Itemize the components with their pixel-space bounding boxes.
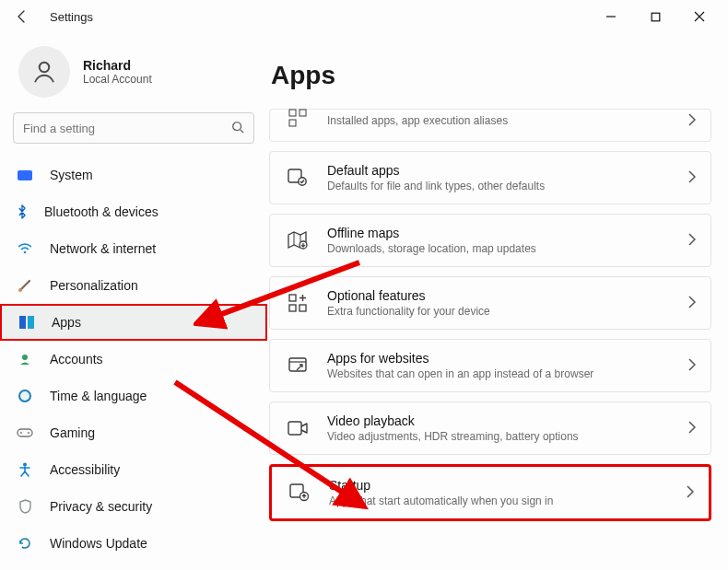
- svg-rect-13: [299, 110, 306, 116]
- video-icon: [287, 417, 309, 439]
- window-title: Settings: [50, 10, 93, 24]
- update-icon: [17, 535, 33, 552]
- sidebar-item-accounts[interactable]: Accounts: [0, 341, 267, 378]
- svg-rect-19: [289, 305, 296, 311]
- titlebar: Settings: [0, 0, 728, 33]
- map-icon: [287, 229, 309, 251]
- svg-point-11: [23, 463, 27, 467]
- page-title: Apps: [267, 33, 717, 109]
- svg-point-5: [24, 251, 27, 254]
- svg-rect-12: [289, 110, 296, 116]
- card-sub: Extra functionality for your device: [327, 305, 670, 318]
- startup-icon: [288, 482, 311, 504]
- sidebar-item-label: Privacy & security: [50, 499, 152, 514]
- card-title: Offline maps: [327, 226, 670, 240]
- globe-clock-icon: [17, 388, 33, 404]
- profile-block[interactable]: Richard Local Account: [0, 41, 267, 112]
- svg-rect-14: [289, 120, 296, 126]
- accessibility-icon: [17, 461, 33, 478]
- svg-point-7: [22, 355, 28, 360]
- profile-name: Richard: [83, 58, 152, 73]
- nav: System Bluetooth & devices Network & int…: [0, 157, 267, 562]
- sidebar-item-label: Time & language: [50, 389, 147, 403]
- sidebar-item-label: Apps: [52, 315, 81, 330]
- card-sub: Defaults for file and link types, other …: [327, 180, 670, 192]
- svg-point-2: [40, 63, 50, 73]
- card-title: Apps for websites: [327, 351, 670, 366]
- sidebar-item-system[interactable]: System: [0, 157, 267, 193]
- card-sub: Downloads, storage location, map updates: [327, 242, 670, 255]
- sidebar-item-gaming[interactable]: Gaming: [0, 414, 267, 451]
- grid-icon: [287, 110, 309, 132]
- card-sub: Websites that can open in an app instead…: [327, 367, 670, 380]
- chevron-right-icon: [687, 485, 694, 501]
- maximize-button[interactable]: [641, 3, 669, 30]
- sidebar-item-update[interactable]: Windows Update: [0, 525, 267, 562]
- back-button[interactable]: [7, 2, 37, 31]
- sidebar-item-time[interactable]: Time & language: [0, 378, 267, 414]
- sidebar-item-label: Personalization: [50, 278, 138, 293]
- bluetooth-icon: [17, 204, 28, 219]
- chevron-right-icon: [688, 421, 696, 436]
- close-button[interactable]: [686, 3, 713, 30]
- sidebar-item-label: System: [50, 168, 93, 182]
- main-panel: Apps Installed apps, app execution alias…: [267, 33, 728, 570]
- window-controls: [597, 3, 721, 30]
- settings-cards: Installed apps, app execution aliases De…: [267, 109, 717, 521]
- svg-rect-23: [288, 422, 301, 435]
- card-title: Startup: [329, 478, 668, 493]
- avatar: [18, 46, 70, 98]
- shield-icon: [17, 498, 33, 515]
- sidebar-item-apps[interactable]: Apps: [0, 304, 267, 341]
- card-sub: Video adjustments, HDR streaming, batter…: [327, 430, 670, 443]
- chevron-right-icon: [688, 113, 696, 129]
- chevron-right-icon: [688, 233, 696, 249]
- sidebar-item-label: Gaming: [50, 425, 95, 440]
- svg-line-4: [241, 129, 244, 133]
- sidebar-item-label: Accounts: [50, 352, 103, 366]
- card-video-playback[interactable]: Video playback Video adjustments, HDR st…: [269, 401, 711, 455]
- svg-point-10: [28, 432, 29, 434]
- card-offline-maps[interactable]: Offline maps Downloads, storage location…: [269, 214, 711, 267]
- sidebar-item-personalization[interactable]: Personalization: [0, 267, 267, 304]
- sidebar-item-accessibility[interactable]: Accessibility: [0, 451, 267, 488]
- svg-point-9: [20, 432, 22, 434]
- sidebar-item-label: Bluetooth & devices: [44, 204, 159, 219]
- svg-rect-1: [652, 13, 660, 21]
- apps-icon: [18, 314, 35, 331]
- chevron-right-icon: [688, 296, 696, 311]
- accounts-icon: [17, 351, 33, 367]
- sidebar-item-label: Accessibility: [50, 462, 120, 477]
- card-title: Default apps: [327, 163, 670, 178]
- card-apps-for-websites[interactable]: Apps for websites Websites that can open…: [269, 339, 711, 392]
- chevron-right-icon: [688, 358, 696, 374]
- profile-sub: Local Account: [83, 73, 152, 86]
- svg-rect-18: [289, 295, 296, 301]
- chevron-right-icon: [688, 170, 696, 186]
- optional-features-icon: [287, 292, 309, 314]
- card-optional-features[interactable]: Optional features Extra functionality fo…: [269, 276, 711, 330]
- wifi-icon: [17, 240, 33, 257]
- sidebar-item-privacy[interactable]: Privacy & security: [0, 488, 267, 525]
- card-startup[interactable]: Startup Apps that start automatically wh…: [269, 464, 711, 521]
- svg-point-6: [18, 288, 22, 292]
- card-sub: Installed apps, app execution aliases: [327, 114, 670, 127]
- svg-point-3: [233, 122, 241, 130]
- apps-websites-icon: [287, 355, 309, 377]
- minimize-button[interactable]: [597, 3, 625, 30]
- brush-icon: [17, 277, 33, 294]
- sidebar-item-bluetooth[interactable]: Bluetooth & devices: [0, 193, 267, 230]
- svg-rect-8: [18, 429, 32, 436]
- gamepad-icon: [17, 425, 33, 441]
- search-input[interactable]: [23, 122, 231, 135]
- sidebar-item-label: Windows Update: [50, 536, 147, 551]
- system-icon: [17, 167, 33, 183]
- card-title: Video playback: [327, 413, 670, 428]
- search-box[interactable]: [13, 112, 254, 144]
- card-installed-apps[interactable]: Installed apps, app execution aliases: [269, 109, 711, 142]
- svg-rect-20: [299, 305, 306, 311]
- sidebar-item-network[interactable]: Network & internet: [0, 230, 267, 267]
- card-default-apps[interactable]: Default apps Defaults for file and link …: [269, 151, 711, 204]
- card-sub: Apps that start automatically when you s…: [329, 494, 668, 507]
- default-apps-icon: [287, 167, 309, 189]
